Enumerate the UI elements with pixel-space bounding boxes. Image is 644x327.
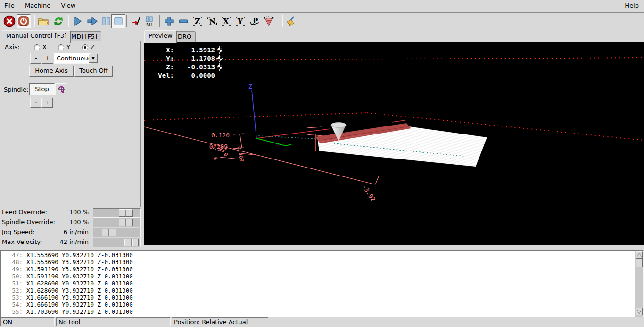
gcode-line[interactable]: 49:X1.591190 Y3.932710 Z-0.031300	[1, 266, 635, 273]
open-file-button[interactable]	[36, 14, 50, 28]
stop-program-button[interactable]	[111, 14, 125, 28]
jog-plus-button[interactable]: +	[42, 53, 53, 64]
perspective-view-button[interactable]: P	[248, 14, 262, 28]
tab-preview[interactable]: Preview	[144, 30, 177, 43]
max-velocity-row: Max Velocity: 42 in/min	[0, 237, 141, 247]
rotate-view-cone-icon	[263, 15, 275, 27]
gcode-line-text: X1.666190 Y3.932710 Z-0.031300	[26, 294, 133, 301]
optional-pause-m1-button[interactable]: M1	[143, 14, 157, 28]
scrollbar-thumb[interactable]	[636, 259, 643, 267]
axis-label: Axis:	[5, 43, 19, 50]
gcode-line[interactable]: 50:X1.591190 Y0.932710 Z-0.031300	[1, 273, 635, 280]
rotated-top-view-button[interactable]: N	[205, 14, 219, 28]
zoom-out-button[interactable]	[176, 14, 190, 28]
spindle-override-handle[interactable]	[119, 219, 133, 226]
clear-plot-broom-icon	[285, 15, 297, 27]
axis-x-label[interactable]: X	[42, 43, 47, 50]
gcode-scrollbar[interactable]	[635, 250, 644, 317]
max-velocity-label: Max Velocity:	[2, 238, 42, 245]
feed-override-slider[interactable]	[93, 208, 141, 218]
scrollbar-up-arrow[interactable]	[636, 251, 643, 259]
gcode-line-text: X1.628690 Y0.932710 Z-0.031300	[26, 280, 133, 287]
svg-text:M1: M1	[146, 22, 153, 27]
svg-text:Vel:: Vel:	[158, 72, 174, 79]
menu-file[interactable]: File	[0, 0, 19, 12]
axis-y-label[interactable]: Y	[66, 43, 70, 50]
max-velocity-slider[interactable]	[93, 238, 141, 247]
gcode-line-number: 49:	[1, 266, 23, 273]
gcode-line[interactable]: 48:X1.553690 Y3.932710 Z-0.031300	[1, 259, 635, 266]
feed-override-handle[interactable]	[119, 209, 133, 217]
run-program-button[interactable]	[70, 14, 84, 28]
clear-plot-button[interactable]	[284, 14, 298, 28]
reload-icon	[52, 15, 65, 27]
gcode-line-number: 51:	[1, 280, 23, 287]
svg-text:1.5912: 1.5912	[191, 46, 215, 54]
top-view-button[interactable]: Z	[190, 14, 205, 28]
jog-speed-slider[interactable]	[93, 228, 141, 237]
step-line-button[interactable]	[85, 14, 99, 28]
homed-icons	[216, 46, 223, 71]
scrollbar-down-arrow[interactable]	[636, 308, 643, 315]
touch-off-button[interactable]: Touch Off	[74, 66, 113, 77]
tab-mdi-label: MDI [F5]	[71, 33, 97, 40]
radio-dot	[84, 46, 86, 49]
rotated-top-view-icon: N	[206, 15, 218, 27]
status-position-mode: Position: Relative Actual	[172, 317, 268, 326]
jog-minus-button[interactable]: -	[30, 53, 41, 64]
gcode-line-text: X1.628690 Y3.932710 Z-0.031300	[26, 287, 133, 294]
menu-view[interactable]: View	[57, 0, 80, 12]
gcode-line-text: X1.553690 Y0.932710 Z-0.031300	[26, 252, 133, 259]
gcode-line[interactable]: 55:X1.703690 Y0.932710 Z-0.031300	[1, 308, 635, 315]
reload-file-button[interactable]	[51, 14, 66, 28]
svg-text:0.409: 0.409	[236, 146, 245, 162]
jog-speed-row: Jog Speed: 6 in/min	[0, 227, 141, 237]
jog-speed-handle[interactable]	[102, 229, 116, 236]
jog-speed-value: 6 in/min	[64, 228, 89, 235]
spindle-override-value: 100 %	[69, 218, 89, 226]
menu-help[interactable]: Help	[620, 0, 643, 9]
gcode-line[interactable]: 47:X1.553690 Y0.932710 Z-0.031300	[1, 252, 635, 259]
machine-power-button[interactable]	[17, 14, 31, 28]
axis-y-radio[interactable]	[58, 44, 64, 50]
spindle-faster-button[interactable]: +	[41, 98, 53, 108]
axis-x-radio[interactable]	[34, 44, 40, 50]
spindle-override-slider[interactable]	[93, 218, 141, 227]
side-view-button[interactable]: X	[219, 14, 233, 28]
zoom-in-button[interactable]	[162, 14, 176, 28]
home-axis-button[interactable]: Home Axis	[29, 66, 74, 77]
zoom-out-icon	[177, 15, 190, 27]
rapid-move-line	[258, 136, 315, 139]
toolbar-separator	[159, 15, 161, 27]
gcode-line[interactable]: 51:X1.628690 Y0.932710 Z-0.031300	[1, 280, 635, 287]
front-view-button[interactable]: Y	[233, 14, 248, 28]
gcode-line[interactable]: 52:X1.628690 Y3.932710 Z-0.031300	[1, 287, 635, 294]
gcode-line[interactable]: 54:X1.666190 Y0.932710 Z-0.031300	[1, 301, 635, 308]
perspective-view-p-icon: P	[248, 15, 261, 27]
toolbar: M1 Z N	[0, 13, 644, 29]
preview-canvas[interactable]: 0.120 0.409 -0.289 0 0 3.92 -3.92 Z	[144, 42, 644, 245]
axis-z-label[interactable]: Z	[91, 43, 95, 50]
estop-button[interactable]	[2, 14, 17, 28]
tab-manual-control[interactable]: Manual Control [F3]	[2, 30, 71, 43]
gcode-line-number: 48:	[1, 259, 23, 266]
spindle-stop-button[interactable]: Stop	[29, 83, 55, 95]
gcode-line-text: X1.703690 Y0.932710 Z-0.031300	[26, 308, 133, 315]
menu-machine[interactable]: Machine	[21, 0, 55, 12]
svg-text:0.0000: 0.0000	[191, 72, 215, 79]
spindle-override-row: Spindle Override: 100 %	[0, 218, 141, 227]
jog-mode-combobox[interactable]: Continuous	[54, 53, 91, 64]
spindle-forward-button[interactable]	[55, 83, 67, 95]
jog-mode-dropdown-arrow[interactable]: ▼	[89, 54, 98, 63]
gcode-line[interactable]: 53:X1.666190 Y3.932710 Z-0.031300	[1, 294, 635, 301]
max-velocity-value: 42 in/min	[60, 238, 89, 245]
gcode-listing[interactable]: 47:X1.553690 Y0.932710 Z-0.031300 48:X1.…	[0, 250, 635, 318]
side-view-x-icon: X	[220, 15, 232, 27]
max-velocity-handle[interactable]	[124, 239, 139, 246]
run-from-line-button[interactable]	[129, 14, 143, 28]
axis-z-radio[interactable]	[82, 44, 88, 50]
gcode-line-text: X1.591190 Y0.932710 Z-0.031300	[26, 273, 133, 280]
rotate-view-button[interactable]	[262, 14, 276, 28]
spindle-slower-button[interactable]: -	[30, 98, 41, 108]
toolbar-separator	[281, 15, 283, 27]
